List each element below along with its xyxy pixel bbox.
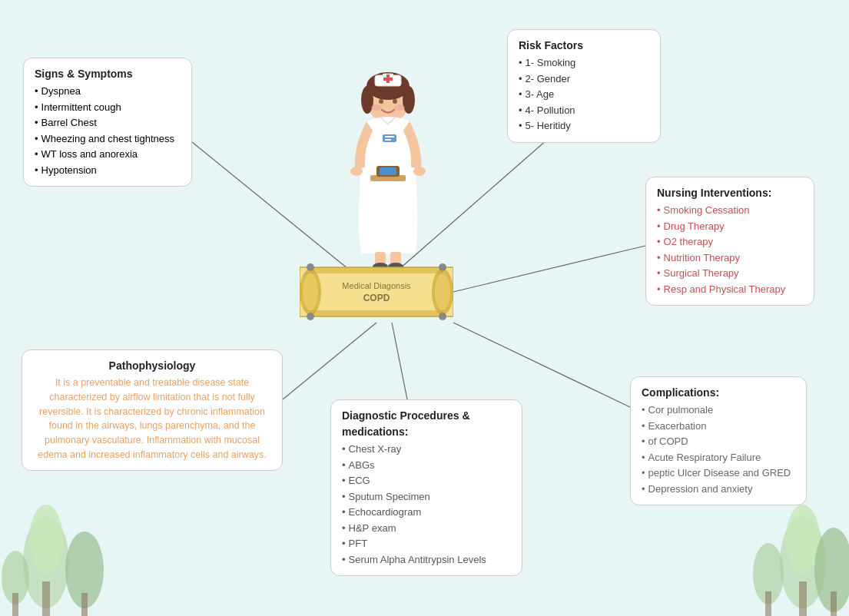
list-item: •ABGs	[342, 458, 511, 473]
nursing-list: •Smoking Cessation •Drug Therapy •O2 the…	[657, 203, 803, 296]
svg-point-8	[786, 505, 820, 574]
svg-line-20	[392, 323, 407, 399]
svg-rect-6	[12, 593, 18, 616]
pathophysiology-box: Pathophysiology It is a preventable and …	[22, 349, 283, 471]
svg-point-1	[29, 505, 63, 574]
list-item: •Drug Therapy	[657, 219, 803, 234]
svg-rect-29	[383, 78, 393, 81]
svg-line-19	[283, 323, 376, 399]
list-item: •of COPD	[642, 434, 795, 449]
comp-list: •Cor pulmonale •Exacerbation •of COPD •A…	[642, 402, 795, 496]
risk-list: •1- Smoking •2- Gender •3- Age •4- Pollu…	[519, 55, 649, 134]
svg-text:Medical Diagonsis: Medical Diagonsis	[342, 281, 411, 290]
svg-point-30	[379, 99, 383, 104]
svg-rect-36	[385, 139, 391, 141]
svg-point-33	[394, 104, 405, 111]
risk-title: Risk Factors	[519, 38, 649, 54]
svg-point-56	[439, 263, 446, 271]
diag-title: Diagnostic Procedures & medications:	[342, 408, 511, 440]
list-item: •peptic Ulcer Disease and GRED	[642, 465, 795, 481]
svg-point-24	[361, 86, 373, 114]
list-item: •3- Age	[519, 87, 649, 102]
svg-point-0	[23, 516, 69, 608]
list-item: •Smoking Cessation	[657, 203, 803, 218]
nursing-interventions-box: Nursing Interventions: •Smoking Cessatio…	[645, 177, 814, 306]
list-item: •Acute Respiratory Failure	[642, 450, 795, 465]
list-item: •Wheezing and chest tightness	[35, 131, 181, 147]
svg-point-5	[2, 551, 29, 604]
svg-point-55	[307, 313, 314, 320]
list-item: •Dyspnea	[35, 84, 181, 99]
svg-point-37	[350, 167, 363, 176]
list-item: •Nutrition Therapy	[657, 250, 803, 266]
svg-point-57	[439, 313, 446, 320]
svg-point-10	[814, 528, 849, 612]
list-item: •Cor pulmonale	[642, 402, 795, 418]
patho-title: Pathophysiology	[33, 358, 271, 374]
svg-rect-4	[81, 593, 88, 616]
signs-list: •Dyspnea •Intermittent cough •Barrel Che…	[35, 84, 181, 177]
list-item: •Intermittent cough	[35, 100, 181, 115]
diag-list: •Chest X-ray •ABGs •ECG •Sputum Specimen…	[342, 442, 511, 567]
svg-point-25	[403, 86, 415, 114]
list-item: •O2 therapy	[657, 234, 803, 250]
list-item: •WT loss and anorexia	[35, 147, 181, 162]
list-item: •H&P exam	[342, 521, 511, 536]
nursing-title: Nursing Interventions:	[657, 185, 803, 201]
svg-point-49	[303, 273, 318, 310]
svg-rect-11	[831, 591, 837, 616]
list-item: •Serum Alpha Antitrypsin Levels	[342, 552, 511, 568]
list-item: •4- Pollution	[519, 103, 649, 118]
svg-point-32	[371, 104, 382, 111]
svg-rect-13	[765, 591, 771, 616]
list-item: •2- Gender	[519, 71, 649, 87]
svg-rect-9	[799, 581, 807, 616]
list-item: •Surgical Therapy	[657, 266, 803, 281]
list-item: •Chest X-ray	[342, 442, 511, 457]
signs-title: Signs & Symptoms	[35, 66, 181, 82]
patho-description: It is a preventable and treatable diseas…	[33, 376, 271, 462]
svg-rect-53	[310, 310, 443, 316]
comp-title: Complications:	[642, 385, 795, 401]
list-item: •1- Smoking	[519, 55, 649, 71]
svg-rect-41	[380, 167, 396, 175]
svg-line-18	[453, 246, 645, 292]
svg-rect-46	[300, 267, 453, 316]
list-item: •5- Heritidy	[519, 118, 649, 134]
svg-point-12	[753, 543, 784, 604]
signs-symptoms-box: Signs & Symptoms •Dyspnea •Intermittent …	[23, 58, 192, 187]
list-item: •Resp and Physical Therapy	[657, 282, 803, 297]
svg-point-51	[435, 273, 450, 310]
diagnostic-procedures-box: Diagnostic Procedures & medications: •Ch…	[330, 399, 522, 576]
list-item: •Depression and anxiety	[642, 482, 795, 497]
center-banner: Medical Diagonsis COPD	[300, 261, 453, 323]
svg-line-21	[453, 323, 630, 407]
svg-point-7	[780, 516, 826, 608]
complications-box: Complications: •Cor pulmonale •Exacerbat…	[630, 376, 807, 505]
svg-point-38	[413, 167, 426, 176]
list-item: •Barrel Chest	[35, 115, 181, 131]
nurse-illustration	[338, 61, 438, 269]
svg-point-31	[393, 99, 397, 104]
svg-rect-52	[310, 267, 443, 273]
list-item: •Exacerbation	[642, 419, 795, 434]
list-item: •Echocardiogram	[342, 505, 511, 520]
svg-rect-35	[385, 136, 394, 137]
risk-factors-box: Risk Factors •1- Smoking •2- Gender •3- …	[507, 29, 661, 143]
svg-point-54	[307, 263, 314, 271]
list-item: •Sputum Specimen	[342, 489, 511, 505]
list-item: •PFT	[342, 536, 511, 551]
svg-point-3	[65, 532, 104, 608]
list-item: •Hypotension	[35, 163, 181, 178]
svg-rect-34	[383, 134, 396, 142]
svg-text:COPD: COPD	[363, 293, 390, 303]
svg-rect-2	[42, 581, 50, 616]
list-item: •ECG	[342, 473, 511, 488]
